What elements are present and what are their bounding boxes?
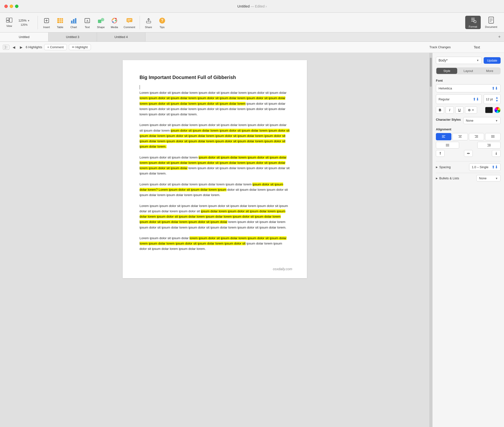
- tab-untitled[interactable]: Untitled: [0, 32, 48, 41]
- tab-untitled-label: Untitled: [19, 35, 29, 39]
- minimize-button[interactable]: [10, 5, 13, 8]
- char-styles-dropdown[interactable]: None ▼: [463, 117, 501, 124]
- view-button[interactable]: View: [3, 16, 15, 28]
- close-button[interactable]: [4, 5, 8, 8]
- comment-icon: [125, 16, 134, 25]
- scrollbar[interactable]: [429, 53, 432, 427]
- add-tab-button[interactable]: +: [495, 32, 504, 41]
- vert-align-top-button[interactable]: [436, 150, 445, 157]
- font-family-stepper[interactable]: ⬆⬇: [492, 86, 498, 91]
- align-left-button[interactable]: [436, 133, 451, 140]
- highlight-label: ✏ Highlight: [72, 45, 88, 49]
- text-button[interactable]: A Text: [81, 16, 94, 30]
- tab-more-label: More: [486, 69, 493, 73]
- right-panel: Body* ▼ Update Style Layout More Font He…: [432, 53, 504, 427]
- font-style-stepper[interactable]: ⬆⬇: [473, 97, 479, 102]
- bullets-text: Bullets & Lists: [439, 176, 459, 180]
- window-title: Untitled — Edited ›: [237, 4, 267, 8]
- highlight-button[interactable]: ✏ Highlight: [69, 44, 91, 50]
- format-label: Format: [469, 25, 477, 28]
- tab-more[interactable]: More: [479, 68, 500, 74]
- update-button[interactable]: Update: [484, 57, 501, 64]
- underline-button[interactable]: U: [455, 106, 464, 114]
- chart-button[interactable]: Chart: [67, 16, 80, 30]
- indent-decrease-button[interactable]: [436, 142, 459, 149]
- svg-point-23: [115, 18, 117, 19]
- sub-toolbar-left: ◀ ▶ 6 Highlights + Comment ✏ Highlight T…: [3, 44, 451, 50]
- color-wheel[interactable]: [494, 107, 501, 113]
- vert-align-bottom-button[interactable]: [492, 150, 501, 157]
- maximize-button[interactable]: [15, 5, 18, 8]
- align-justify-button[interactable]: [485, 133, 501, 140]
- indent-increase-button[interactable]: [477, 142, 501, 149]
- spacing-dropdown[interactable]: 1.0 – Single ⬆⬇: [469, 163, 501, 171]
- tab-layout-label: Layout: [464, 69, 473, 73]
- text-options-button[interactable]: ⚙ ▼: [465, 106, 477, 114]
- highlight-6: lorem ipsum dolor sit ipsum dolar lorem …: [140, 236, 287, 245]
- spacing-stepper[interactable]: ⬆⬇: [492, 165, 498, 169]
- comment-button[interactable]: Comment: [122, 16, 137, 30]
- zoom-label: 125%: [21, 23, 27, 26]
- tabs-row: Untitled Untitled 3 Untitled 4 +: [0, 32, 504, 42]
- font-family-dropdown[interactable]: Helvetica ⬆⬇: [436, 84, 501, 92]
- font-style-value: Regular: [439, 97, 450, 101]
- bullets-chevron: ▼: [495, 177, 498, 180]
- view-icon: [6, 17, 13, 24]
- bold-button[interactable]: B: [436, 106, 444, 114]
- bullets-row[interactable]: ▶ Bullets & Lists None ▼: [436, 173, 501, 183]
- document-area: Big Important Document Full of Gibberish…: [0, 53, 429, 427]
- bullets-dropdown[interactable]: None ▼: [476, 175, 501, 182]
- sidebar-toggle[interactable]: [3, 45, 9, 50]
- share-button[interactable]: Share: [142, 16, 155, 30]
- style-row: Body* ▼ Update: [436, 57, 501, 64]
- align-center-button[interactable]: [452, 133, 468, 140]
- tab-untitled4[interactable]: Untitled 4: [97, 32, 145, 41]
- text-panel-label: Text: [474, 45, 480, 49]
- paragraph-3: Lorem ipsum dolor sit ipsum dolar lorem …: [140, 155, 290, 176]
- font-style-dropdown[interactable]: Regular ⬆⬇: [436, 94, 482, 104]
- toolbar-right: Format Document: [465, 16, 501, 29]
- media-label: Media: [111, 26, 118, 29]
- svg-rect-1: [6, 21, 9, 22]
- zoom-icon: 125% ▼: [18, 19, 30, 22]
- font-size-input[interactable]: 12 pt ▲▼: [484, 94, 501, 104]
- alignment-row: [436, 133, 501, 140]
- title-text: Untitled: [237, 4, 250, 8]
- shape-button[interactable]: Shape: [95, 16, 107, 30]
- font-size-stepper[interactable]: ▲▼: [495, 96, 498, 102]
- insert-button[interactable]: Insert: [40, 16, 53, 30]
- style-dropdown[interactable]: Body* ▼: [436, 57, 482, 64]
- prev-highlight-button[interactable]: ◀: [11, 45, 16, 50]
- tips-button[interactable]: ? Tips: [156, 16, 168, 30]
- chart-label: Chart: [70, 26, 77, 29]
- text-color-swatch[interactable]: [485, 107, 493, 113]
- zoom-button[interactable]: 125% ▼ 125%: [16, 18, 32, 27]
- tab-layout[interactable]: Layout: [458, 68, 479, 74]
- sub-toolbar-right: Text: [453, 45, 501, 49]
- tab-untitled3[interactable]: Untitled 3: [48, 32, 97, 41]
- media-icon: [110, 16, 119, 25]
- scroll-thumb[interactable]: [430, 58, 432, 87]
- bullets-triangle: ▶: [436, 177, 438, 180]
- svg-marker-64: [467, 153, 468, 154]
- document-button[interactable]: Document: [482, 16, 501, 29]
- table-button[interactable]: Table: [54, 16, 66, 30]
- zoom-value: 125%: [18, 19, 26, 22]
- align-right-button[interactable]: [469, 133, 484, 140]
- svg-marker-56: [446, 145, 447, 146]
- svg-rect-6: [57, 18, 63, 23]
- format-button[interactable]: Format: [465, 16, 481, 29]
- tab-style[interactable]: Style: [436, 68, 457, 74]
- svg-point-22: [112, 21, 114, 23]
- spacing-text: Spacing: [439, 165, 451, 169]
- next-highlight-button[interactable]: ▶: [18, 45, 24, 50]
- alignment-label: Alignment: [436, 127, 501, 131]
- add-comment-button[interactable]: + Comment: [44, 44, 67, 50]
- toolbar-sep-2: [140, 16, 140, 29]
- panel-tabs: Style Layout More: [436, 67, 501, 74]
- spacing-row[interactable]: ▶ Spacing 1.0 – Single ⬆⬇: [436, 161, 501, 173]
- media-button[interactable]: Media: [108, 16, 121, 30]
- vert-align-middle-button[interactable]: [464, 150, 473, 157]
- chart-icon: [70, 16, 78, 25]
- italic-button[interactable]: I: [446, 106, 454, 114]
